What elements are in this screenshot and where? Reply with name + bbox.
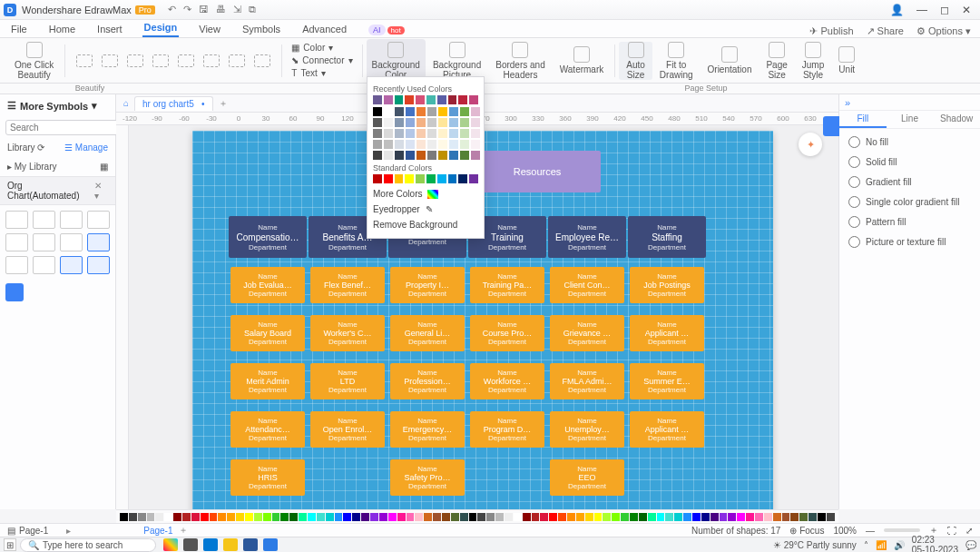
taskbar-word-icon[interactable] xyxy=(243,538,258,551)
color-swatch[interactable] xyxy=(406,129,415,138)
dept-header[interactable]: NameEmployee Re…Department xyxy=(548,216,626,258)
color-swatch[interactable] xyxy=(460,118,469,127)
symbol-thumb[interactable] xyxy=(5,233,28,251)
palette-swatch[interactable] xyxy=(415,513,423,521)
collapse-panel-icon[interactable]: » xyxy=(839,94,980,111)
palette-swatch[interactable] xyxy=(201,513,209,521)
color-swatch[interactable] xyxy=(427,118,436,127)
symbol-thumb[interactable] xyxy=(60,233,83,251)
taskbar-app-icon[interactable] xyxy=(183,538,198,551)
org-cell[interactable]: NameFlex Benef…Department xyxy=(310,267,385,303)
dept-header[interactable]: NameCompensatio…Department xyxy=(229,216,307,258)
color-swatch[interactable] xyxy=(448,95,457,104)
palette-swatch[interactable] xyxy=(710,513,719,521)
taskbar-app-icon[interactable] xyxy=(163,538,178,551)
color-swatch[interactable] xyxy=(406,107,415,116)
color-swatch[interactable] xyxy=(405,174,414,183)
fullscreen-icon[interactable]: ⤢ xyxy=(965,526,973,536)
jump-style-button[interactable]: Jump Style xyxy=(795,42,831,80)
page-label[interactable]: Page-1 xyxy=(19,526,48,536)
color-swatch[interactable] xyxy=(427,107,436,116)
fit-to-drawing-button[interactable]: Fit to Drawing xyxy=(652,42,701,80)
palette-swatch[interactable] xyxy=(129,513,137,521)
palette-swatch[interactable] xyxy=(361,513,369,521)
color-swatch[interactable] xyxy=(384,118,393,127)
color-swatch[interactable] xyxy=(427,151,436,160)
symbol-thumb[interactable] xyxy=(5,256,28,274)
color-swatch[interactable] xyxy=(460,151,469,160)
orientation-button[interactable]: Orientation xyxy=(701,46,760,74)
focus-toggle[interactable]: ⊕ Focus xyxy=(789,526,824,536)
page-size-button[interactable]: Page Size xyxy=(759,42,794,80)
taskbar-explorer-icon[interactable] xyxy=(223,538,238,551)
color-swatch[interactable] xyxy=(406,151,415,160)
fill-option[interactable]: Gradient fill xyxy=(848,176,971,188)
fill-option[interactable]: Pattern fill xyxy=(848,216,971,228)
palette-swatch[interactable] xyxy=(585,513,593,521)
color-swatch[interactable] xyxy=(395,95,404,104)
symbol-thumb[interactable] xyxy=(5,211,28,229)
palette-swatch[interactable] xyxy=(451,513,459,521)
palette-swatch[interactable] xyxy=(370,513,378,521)
palette-swatch[interactable] xyxy=(737,513,745,521)
palette-swatch[interactable] xyxy=(818,513,826,521)
add-tab-icon[interactable]: ＋ xyxy=(219,97,228,110)
share-button[interactable]: ↗ Share xyxy=(867,25,904,37)
palette-swatch[interactable] xyxy=(514,513,522,521)
palette-swatch[interactable] xyxy=(191,513,200,521)
minimize-icon[interactable]: — xyxy=(916,4,927,16)
grid-icon[interactable]: ▦ xyxy=(100,162,108,172)
org-cell[interactable]: NameAttendanc…Department xyxy=(230,411,305,448)
symbol-thumb[interactable] xyxy=(87,233,110,251)
tab-symbols[interactable]: Symbols xyxy=(240,21,282,37)
palette-swatch[interactable] xyxy=(790,513,799,521)
page-tab[interactable]: Page-1 xyxy=(143,526,172,536)
close-section-icon[interactable]: ✕ ▾ xyxy=(94,181,108,201)
maximize-icon[interactable]: ◻ xyxy=(940,4,949,16)
palette-swatch[interactable] xyxy=(532,513,540,521)
org-cell[interactable]: NameUnemploy…Department xyxy=(550,411,624,448)
color-swatch[interactable] xyxy=(373,95,382,104)
zoom-slider[interactable] xyxy=(884,528,920,532)
symbol-search-input[interactable] xyxy=(5,120,130,135)
color-swatch[interactable] xyxy=(373,107,382,116)
export-icon[interactable]: ⇲ xyxy=(233,4,241,15)
tray-notifications-icon[interactable]: 💬 xyxy=(965,540,976,550)
color-swatch[interactable] xyxy=(406,140,415,149)
color-swatch[interactable] xyxy=(427,129,436,138)
palette-swatch[interactable] xyxy=(746,513,754,521)
symbol-thumb[interactable] xyxy=(33,256,55,274)
color-swatch[interactable] xyxy=(471,140,480,149)
symbol-thumb[interactable] xyxy=(33,211,55,229)
add-page-icon[interactable]: ＋ xyxy=(179,524,188,537)
start-button[interactable]: ⊞ xyxy=(4,538,16,551)
palette-swatch[interactable] xyxy=(773,513,781,521)
color-swatch[interactable] xyxy=(384,129,393,138)
org-cell[interactable]: NameSalary BoardDepartment xyxy=(230,315,305,351)
org-cell[interactable]: NameWorker's C…Department xyxy=(310,315,385,351)
tab-line[interactable]: Line xyxy=(887,111,934,128)
copy-icon[interactable]: ⧉ xyxy=(249,4,256,15)
palette-swatch[interactable] xyxy=(335,513,343,521)
color-swatch[interactable] xyxy=(460,107,469,116)
palette-swatch[interactable] xyxy=(808,513,817,521)
tab-view[interactable]: View xyxy=(197,21,222,37)
auto-size-button[interactable]: Auto Size xyxy=(619,42,652,80)
text-dropdown[interactable]: T Text ▾ xyxy=(291,68,352,78)
color-swatch[interactable] xyxy=(416,107,426,116)
connector-dropdown[interactable]: ⬊ Connector ▾ xyxy=(291,55,352,65)
palette-swatch[interactable] xyxy=(558,513,566,521)
palette-swatch[interactable] xyxy=(254,513,262,521)
zoom-out-icon[interactable]: — xyxy=(866,526,875,536)
root-node[interactable]: Resources xyxy=(474,151,601,192)
redo-icon[interactable]: ↷ xyxy=(183,4,191,15)
org-cell[interactable]: NameOpen Enrol…Department xyxy=(310,411,385,448)
color-swatch[interactable] xyxy=(437,174,446,183)
palette-swatch[interactable] xyxy=(299,513,307,521)
palette-swatch[interactable] xyxy=(799,513,808,521)
color-swatch[interactable] xyxy=(373,140,382,149)
org-cell[interactable]: NameGeneral Li…Department xyxy=(390,315,465,351)
color-swatch[interactable] xyxy=(426,95,436,104)
watermark-button[interactable]: Watermark xyxy=(553,46,612,74)
tab-insert[interactable]: Insert xyxy=(95,21,124,37)
